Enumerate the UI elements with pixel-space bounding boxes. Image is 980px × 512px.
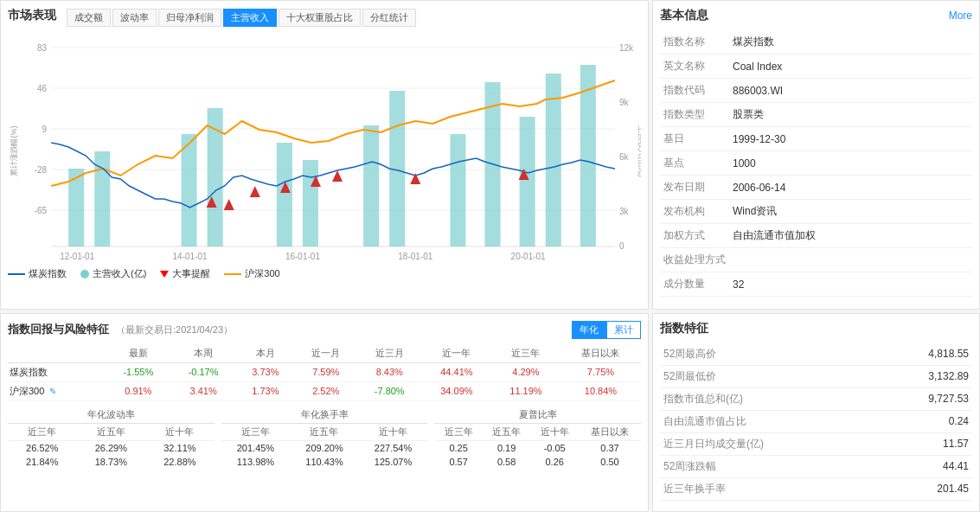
tab-guimu[interactable]: 归母净利润 [158, 9, 221, 27]
sharpe-col-3y: 近三年 [434, 424, 483, 441]
vol-row-coal: 26.52% 26.29% 32.11% [8, 440, 215, 455]
sharpe-coal-3y: 0.25 [434, 440, 483, 455]
toggle-cumulative[interactable]: 累计 [606, 321, 641, 339]
tab-bodonglu[interactable]: 波动率 [112, 9, 157, 27]
feature-label-low: 52周最低价 [660, 365, 876, 387]
info-label-puborg: 发布机构 [660, 200, 729, 224]
info-label-weight: 加权方式 [660, 224, 729, 248]
svg-text:9k: 9k [619, 98, 630, 107]
tab-chengjiaoe[interactable]: 成交额 [67, 9, 111, 27]
return-title: 指数回报与风险特征 [8, 322, 109, 337]
turn-col-5y: 近五年 [290, 424, 359, 441]
feature-label-3y-turnover: 近三年换手率 [660, 477, 876, 500]
basic-info-title: 基本信息 [660, 8, 708, 23]
vol-col-5y: 近五年 [77, 424, 146, 441]
col-header-week: 本周 [170, 344, 235, 363]
feature-value-high: 4,818.55 [876, 343, 972, 366]
info-label-baseday: 基日 [660, 127, 729, 151]
svg-text:9: 9 [42, 125, 48, 134]
tab-zhuyingshouru[interactable]: 主营收入 [223, 9, 277, 27]
info-value-english: Coal Index [729, 54, 972, 79]
info-row-english: 英文名称 Coal Index [660, 54, 972, 79]
sub-tables: 年化波动率 近三年 近五年 近十年 26.52% [8, 406, 641, 469]
legend-event-triangle [160, 271, 169, 278]
turn-hs300-10y: 125.07% [359, 455, 428, 469]
feature-value-52w-change: 44.41 [876, 455, 972, 477]
svg-text:18-01-01: 18-01-01 [398, 252, 433, 261]
feature-row-3y-turnover: 近三年换手率 201.45 [660, 477, 972, 500]
legend-event-label: 大事提醒 [172, 267, 210, 280]
basic-info-panel: 基本信息 More 指数名称 煤炭指数 英文名称 Coal Index 指数代码… [652, 0, 980, 310]
feature-label-daily-vol: 近三月日均成交量(亿) [660, 432, 876, 455]
hs300-month: 1.73% [236, 381, 295, 400]
vol-hs300-5y: 18.73% [77, 455, 146, 469]
legend-coal-index: 煤炭指数 [8, 267, 67, 280]
svg-text:0: 0 [619, 241, 625, 251]
vol-hs300-10y: 22.88% [145, 455, 215, 469]
return-table-header: 最新 本周 本月 近一月 近三月 近一年 近三年 基日以来 [8, 344, 641, 363]
col-header-3m: 近三月 [357, 344, 422, 363]
coal-3y: 4.29% [491, 362, 560, 381]
edit-icon[interactable]: ✎ [49, 387, 56, 396]
info-label-count: 成分数量 [660, 272, 729, 297]
sharpe-coal-10y: -0.05 [530, 440, 579, 455]
feature-value-daily-vol: 11.57 [876, 432, 972, 455]
info-label-return: 收益处理方式 [660, 248, 729, 272]
toggle-annualized[interactable]: 年化 [572, 321, 606, 339]
feature-row-free-float: 自由流通市值占比 0.24 [660, 410, 972, 432]
coal-1y: 44.41% [422, 362, 491, 381]
feature-value-low: 3,132.89 [876, 365, 972, 387]
col-header-1y: 近一年 [422, 344, 491, 363]
svg-text:6k: 6k [619, 152, 630, 162]
col-header-label [8, 344, 106, 363]
tab-fenhong[interactable]: 分红统计 [362, 9, 416, 27]
feature-row-high: 52周最高价 4,818.55 [660, 343, 972, 366]
vol-hs300-3y: 21.84% [8, 455, 77, 469]
toggle-buttons: 年化 累计 [572, 321, 641, 339]
feature-title: 指数特征 [660, 321, 972, 336]
legend-revenue-circle [80, 270, 89, 278]
info-row-puborg: 发布机构 Wind资讯 [660, 200, 972, 224]
svg-rect-28 [277, 143, 292, 246]
divider1 [215, 406, 221, 469]
more-link[interactable]: More [949, 10, 972, 22]
svg-rect-29 [303, 160, 318, 246]
info-label-basepoint: 基点 [660, 151, 729, 176]
feature-value-3y-turnover: 201.45 [876, 477, 972, 500]
vol-col-10y: 近十年 [145, 424, 215, 441]
sharpe-col-base: 基日以来 [579, 424, 641, 441]
volatility-section: 年化波动率 近三年 近五年 近十年 26.52% [8, 406, 215, 469]
coal-3m: 8.43% [357, 362, 422, 381]
info-label-type: 指数类型 [660, 103, 729, 127]
bottom-row: 指数回报与风险特征 （最新交易日:2021/04/23） 年化 累计 最新 本周… [0, 313, 980, 512]
svg-rect-32 [450, 134, 465, 246]
col-header-3y: 近三年 [491, 344, 560, 363]
info-row-basepoint: 基点 1000 [660, 151, 972, 176]
svg-text:20-01-01: 20-01-01 [511, 252, 547, 261]
volatility-table: 近三年 近五年 近十年 26.52% 26.29% 32.11% [8, 424, 215, 469]
info-value-return [729, 248, 972, 272]
svg-text:46: 46 [37, 84, 48, 93]
return-table: 最新 本周 本月 近一月 近三月 近一年 近三年 基日以来 煤炭指数 -1.55… [8, 344, 641, 401]
info-row-count: 成分数量 32 [660, 272, 972, 297]
info-row-return: 收益处理方式 [660, 248, 972, 272]
turnover-title: 年化换手率 [221, 406, 428, 424]
legend-hs300: 沪深300 [224, 267, 279, 280]
info-row-code: 指数代码 886003.WI [660, 79, 972, 103]
turn-hs300-3y: 113.98% [221, 455, 291, 469]
sharpe-row-coal: 0.25 0.19 -0.05 0.37 [434, 440, 641, 455]
vol-col-3y: 近三年 [8, 424, 77, 441]
sharpe-section: 夏普比率 近三年 近五年 近十年 基日以来 0.2 [434, 406, 641, 469]
vol-coal-10y: 32.11% [145, 440, 215, 455]
col-header-latest: 最新 [106, 344, 170, 363]
info-value-type: 股票类 [729, 103, 972, 127]
turnover-section: 年化换手率 近三年 近五年 近十年 201.45% [221, 406, 428, 469]
tab-shida[interactable]: 十大权重股占比 [279, 9, 361, 27]
turn-row-hs300: 113.98% 110.43% 125.07% [221, 455, 428, 469]
hs300-base: 10.84% [560, 381, 641, 400]
svg-text:3k: 3k [619, 207, 630, 216]
basic-info-table: 指数名称 煤炭指数 英文名称 Coal Index 指数代码 886003.WI… [660, 30, 972, 297]
turn-row-coal: 201.45% 209.20% 227.54% [221, 440, 428, 455]
feature-row-total-cap: 指数市值总和(亿) 9,727.53 [660, 387, 972, 410]
svg-text:14-01-01: 14-01-01 [173, 252, 208, 261]
